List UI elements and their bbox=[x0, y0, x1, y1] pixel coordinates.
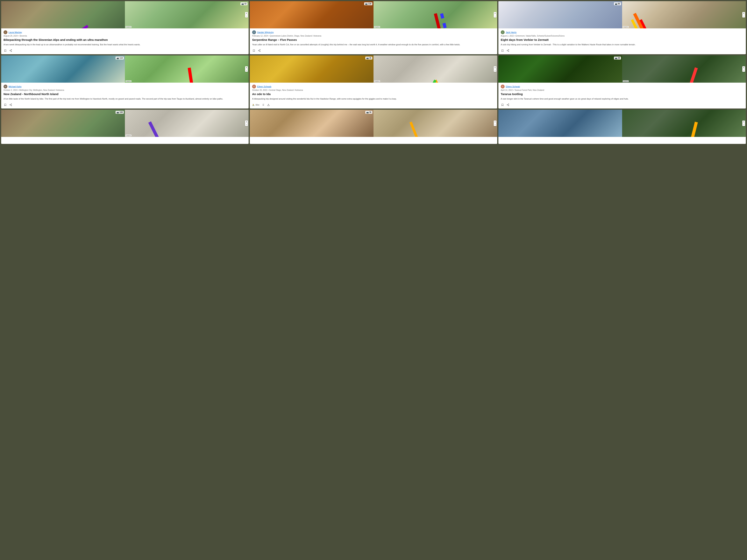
sort-btn[interactable] bbox=[261, 103, 265, 107]
zoom-in-btn[interactable]: + bbox=[245, 121, 248, 123]
author-name[interactable]: Eileen Schwab bbox=[506, 85, 520, 88]
card-map-right: + − mapbox bbox=[622, 55, 746, 83]
author-name[interactable]: Xander Wijnincky bbox=[257, 31, 274, 33]
author-name[interactable]: Laura Mackay bbox=[8, 31, 22, 33]
card-images: 📷188 + − mapbox bbox=[1, 110, 249, 137]
svg-point-17 bbox=[11, 105, 12, 106]
card-nz-northbound: 📷110 + − mapbox M Michael Kahn October 2… bbox=[1, 55, 249, 108]
zoom-controls[interactable]: + − bbox=[494, 121, 496, 126]
bike-icon: 🚴 bbox=[252, 104, 254, 106]
svg-line-9 bbox=[259, 50, 260, 50]
mapbox-logo: mapbox bbox=[374, 80, 380, 82]
download-btn[interactable] bbox=[267, 103, 270, 107]
bookmark-btn[interactable] bbox=[3, 103, 7, 107]
zoom-out-btn[interactable]: − bbox=[742, 123, 745, 126]
bookmark-btn[interactable] bbox=[252, 49, 256, 52]
zoom-out-btn[interactable]: − bbox=[245, 69, 248, 72]
zoom-in-btn[interactable]: + bbox=[494, 121, 496, 123]
mapbox-logo: mapbox bbox=[374, 26, 380, 28]
svg-point-5 bbox=[260, 49, 260, 50]
placeholder-text bbox=[3, 139, 246, 141]
image-count-badge: 📷36 bbox=[365, 111, 372, 114]
card-grid: 📷43 + − mapbox L Laura Mackay August 29,… bbox=[0, 0, 747, 145]
bookmark-btn[interactable] bbox=[501, 103, 504, 107]
card-actions bbox=[3, 102, 246, 107]
zoom-in-btn[interactable]: + bbox=[245, 12, 248, 15]
card-photo-left bbox=[498, 110, 622, 137]
zoom-controls[interactable]: + − bbox=[494, 66, 496, 72]
zoom-out-btn[interactable]: − bbox=[742, 69, 745, 72]
card-actions bbox=[501, 48, 744, 52]
zoom-controls[interactable]: + − bbox=[742, 12, 745, 18]
share-btn[interactable] bbox=[9, 49, 12, 52]
date-location: October 20, 2022 • Central Otago, New Ze… bbox=[252, 89, 495, 91]
card-body bbox=[1, 137, 249, 144]
author-name[interactable]: Michael Kahn bbox=[8, 85, 22, 88]
svg-point-15 bbox=[11, 104, 12, 104]
placeholder-text bbox=[252, 139, 495, 141]
image-count-badge: 📷43 bbox=[240, 2, 248, 5]
share-btn[interactable] bbox=[9, 103, 12, 107]
zoom-controls[interactable]: + − bbox=[245, 66, 248, 72]
avatar: X bbox=[252, 30, 256, 34]
zoom-out-btn[interactable]: − bbox=[245, 15, 248, 18]
date-location: August 2, 2022 • Entremont, Valais/Valli… bbox=[501, 35, 744, 37]
card-title: Serpentine Range – Five Passes bbox=[252, 38, 495, 42]
zoom-out-btn[interactable]: − bbox=[742, 15, 745, 18]
card-map-right: + − mapbox bbox=[374, 1, 497, 28]
date-location: April 14, 2022 • Tararua Forest Park, Ne… bbox=[501, 89, 744, 91]
zoom-in-btn[interactable]: + bbox=[742, 12, 745, 15]
card-hitchin: 📷188 + − mapbox bbox=[1, 110, 249, 144]
zoom-controls[interactable]: + − bbox=[245, 12, 248, 18]
card-photo-left: 📷110 bbox=[1, 55, 125, 83]
image-count-badge: 📷35 bbox=[365, 57, 372, 59]
image-count-badge: 📷138 bbox=[364, 2, 372, 5]
zoom-in-btn[interactable]: + bbox=[742, 121, 745, 123]
author-row: J Jack Harris bbox=[501, 30, 744, 34]
card-photo-left: 📷36 bbox=[250, 110, 374, 137]
zoom-in-btn[interactable]: + bbox=[245, 66, 248, 69]
author-row: L Laura Mackay bbox=[3, 30, 246, 34]
card-photo-left: 📷35 bbox=[250, 55, 374, 83]
svg-line-31 bbox=[508, 104, 508, 105]
card-actions bbox=[252, 48, 495, 52]
zoom-out-btn[interactable]: − bbox=[494, 123, 496, 126]
card-serpentine: 📷138 + − mapbox X Xander Wijnincky Fe bbox=[250, 1, 497, 54]
zoom-out-btn[interactable]: − bbox=[494, 15, 496, 18]
card-body: X Xander Wijnincky February 12, 2024 • Q… bbox=[250, 28, 497, 54]
zoom-out-btn[interactable]: − bbox=[245, 123, 248, 126]
author-row: M Michael Kahn bbox=[3, 85, 246, 88]
card-map-right: + − bbox=[374, 110, 497, 137]
zoom-controls[interactable]: + − bbox=[742, 121, 745, 126]
svg-point-12 bbox=[508, 51, 509, 52]
card-title: Tararua tootling bbox=[501, 92, 744, 96]
mapbox-logo: mapbox bbox=[126, 80, 131, 82]
card-images: 📷36 + − bbox=[250, 110, 497, 137]
bookmark-btn[interactable] bbox=[3, 49, 7, 52]
card-desc: A solo trip hiking and running from Verb… bbox=[501, 43, 744, 46]
zoom-in-btn[interactable]: + bbox=[494, 12, 496, 15]
zoom-controls[interactable]: + − bbox=[245, 121, 248, 126]
card-desc: A two week bikepacking trip in the lead … bbox=[3, 43, 246, 46]
card-body: J Jack Harris August 2, 2022 • Entremont… bbox=[498, 28, 746, 54]
author-name[interactable]: Eileen Schwab bbox=[257, 85, 272, 88]
zoom-controls[interactable]: + − bbox=[742, 66, 745, 72]
card-tararua: 📷38 + − mapbox E Eileen Schwab April 14,… bbox=[498, 55, 746, 108]
svg-line-3 bbox=[10, 51, 11, 51]
svg-line-19 bbox=[10, 104, 11, 105]
share-btn[interactable] bbox=[506, 49, 510, 52]
zoom-in-btn[interactable]: + bbox=[494, 66, 496, 69]
share-btn[interactable] bbox=[258, 49, 261, 52]
card-tongariro: 📷43 + − mapbox L Laura Mackay August 29,… bbox=[1, 1, 249, 54]
zoom-in-btn[interactable]: + bbox=[742, 66, 745, 69]
bookmark-btn[interactable] bbox=[501, 49, 504, 52]
zoom-controls[interactable]: + − bbox=[494, 12, 496, 18]
author-name[interactable]: Jack Harris bbox=[506, 31, 516, 33]
card-images: 📷35 + − mapbox bbox=[250, 55, 497, 83]
card-photo-left: 📷90 bbox=[498, 1, 622, 28]
card-body bbox=[498, 137, 746, 144]
zoom-out-btn[interactable]: − bbox=[494, 69, 496, 72]
card-map-right: + − mapbox bbox=[622, 1, 746, 28]
share-btn[interactable] bbox=[506, 103, 510, 107]
card-actions bbox=[501, 102, 744, 107]
